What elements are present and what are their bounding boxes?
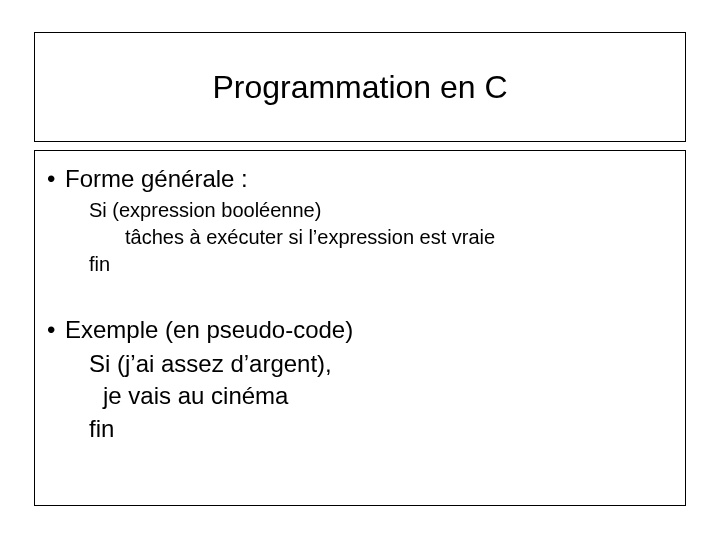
heading-1-text: Forme générale : <box>65 165 248 192</box>
heading-2-text: Exemple (en pseudo-code) <box>65 316 353 343</box>
title-box: Programmation en C <box>34 32 686 142</box>
section-general-form: •Forme générale : Si (expression booléen… <box>47 165 673 278</box>
bullet-dot: • <box>47 165 65 193</box>
bullet-heading-2: •Exemple (en pseudo-code) <box>47 316 673 344</box>
slide: Programmation en C •Forme générale : Si … <box>0 0 720 540</box>
code-line: tâches à exécuter si l’expression est vr… <box>89 224 673 251</box>
bullet-heading-1: •Forme générale : <box>47 165 673 193</box>
spacer <box>47 278 673 312</box>
pseudocode-block-1: Si (expression booléenne) tâches à exécu… <box>47 197 673 278</box>
body-box: •Forme générale : Si (expression booléen… <box>34 150 686 506</box>
section-example: •Exemple (en pseudo-code) Si (j’ai assez… <box>47 316 673 445</box>
bullet-dot: • <box>47 316 65 344</box>
slide-title: Programmation en C <box>212 69 507 106</box>
pseudocode-block-2: Si (j’ai assez d’argent), je vais au cin… <box>47 348 673 445</box>
code-line: fin <box>89 251 673 278</box>
code-line: Si (j’ai assez d’argent), <box>89 348 673 380</box>
code-line: fin <box>89 413 673 445</box>
code-line: je vais au cinéma <box>89 380 673 412</box>
code-line: Si (expression booléenne) <box>89 197 673 224</box>
